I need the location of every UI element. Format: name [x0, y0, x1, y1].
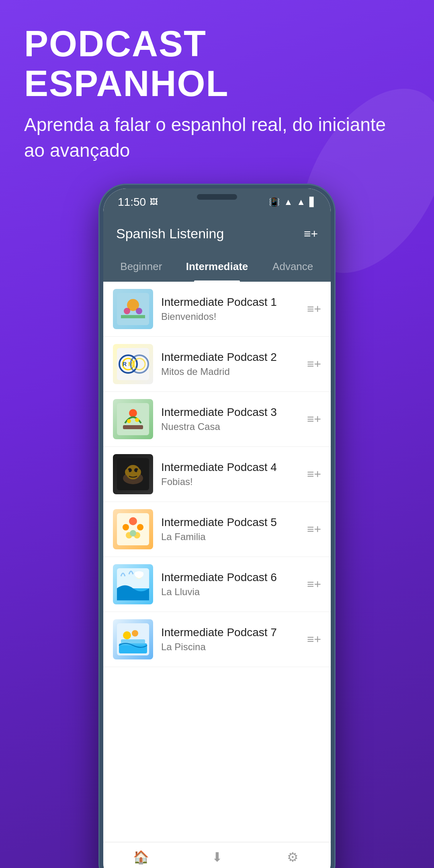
svg-point-30: [130, 530, 136, 536]
add-playlist-icon-6[interactable]: ≡+: [307, 577, 321, 591]
nav-home[interactable]: 🏠 Home: [103, 850, 179, 868]
thumb-svg-5: [117, 513, 149, 545]
status-bar: 11:50 🖼 📳 ▲ ▲ ▋: [103, 188, 331, 216]
podcast-thumb-2: R M: [113, 344, 153, 384]
podcast-thumb-4: [113, 454, 153, 494]
add-playlist-icon-4[interactable]: ≡+: [307, 467, 321, 481]
tab-beginner[interactable]: Beginner: [103, 252, 179, 282]
svg-point-25: [129, 517, 137, 525]
podcast-info-5: Intermediate Podcast 5 La Familia: [161, 516, 299, 542]
podcast-item-1[interactable]: Intermediate Podcast 1 Bienvenidos! ≡+: [103, 282, 331, 337]
app-subtitle: Aprenda a falar o espanhol real, do inic…: [24, 112, 410, 164]
battery-icon: ▋: [309, 197, 316, 207]
podcast-item-5[interactable]: Intermediate Podcast 5 La Familia ≡+: [103, 502, 331, 557]
podcast-item-6[interactable]: Intermediate Podcast 6 La Lluvia ≡+: [103, 557, 331, 612]
podcast-thumb-3: [113, 399, 153, 439]
podcast-info-7: Intermediate Podcast 7 La Piscina: [161, 626, 299, 653]
svg-text:R: R: [123, 361, 127, 367]
svg-point-13: [129, 409, 137, 417]
tab-intermediate[interactable]: Intermediate: [179, 252, 255, 282]
podcast-subtitle-1: Bienvenidos!: [161, 311, 299, 322]
vibrate-icon: 📳: [269, 197, 280, 207]
podcast-thumb-5: [113, 509, 153, 549]
svg-point-26: [123, 524, 129, 530]
podcast-info-4: Intermediate Podcast 4 Fobias!: [161, 461, 299, 487]
podcast-subtitle-6: La Lluvia: [161, 586, 299, 598]
header-section: PODCAST ESPANHOL Aprenda a falar o espan…: [0, 0, 434, 180]
svg-point-23: [137, 469, 141, 475]
podcast-info-3: Intermediate Podcast 3 Nuestra Casa: [161, 406, 299, 432]
podcast-subtitle-5: La Familia: [161, 531, 299, 542]
svg-rect-14: [123, 425, 143, 429]
photo-icon: 🖼: [150, 197, 158, 207]
app-bar: Spanish Listening ≡+: [103, 216, 331, 252]
svg-point-15: [127, 419, 131, 423]
podcast-name-5: Intermediate Podcast 5: [161, 516, 299, 529]
podcast-info-1: Intermediate Podcast 1 Bienvenidos!: [161, 296, 299, 322]
podcast-name-4: Intermediate Podcast 4: [161, 461, 299, 474]
home-icon: 🏠: [133, 850, 149, 865]
podcast-thumb-6: [113, 564, 153, 604]
add-playlist-icon-2[interactable]: ≡+: [307, 357, 321, 371]
tab-advance[interactable]: Advance: [255, 252, 331, 282]
svg-point-3: [124, 308, 130, 314]
podcast-info-2: Intermediate Podcast 2 Mitos de Madrid: [161, 351, 299, 377]
svg-point-38: [132, 630, 138, 637]
podcast-subtitle-7: La Piscina: [161, 641, 299, 653]
podcast-item-2[interactable]: R M Intermediate Podcast 2 Mitos de Madr…: [103, 337, 331, 392]
menu-button[interactable]: ≡+: [304, 227, 318, 241]
settings-icon: ⚙: [287, 850, 299, 865]
podcast-thumb-1: [113, 289, 153, 329]
podcast-item-3[interactable]: Intermediate Podcast 3 Nuestra Casa ≡+: [103, 392, 331, 447]
add-playlist-icon-1[interactable]: ≡+: [307, 302, 321, 316]
thumb-svg-4: [117, 458, 149, 490]
svg-point-4: [136, 308, 142, 314]
tab-bar: Beginner Intermediate Advance: [103, 252, 331, 282]
app-title: PODCAST ESPANHOL: [24, 24, 410, 104]
podcast-thumb-7: [113, 619, 153, 659]
phone-wrapper: 11:50 🖼 📳 ▲ ▲ ▋ Spanish Listening ≡+ Beg…: [0, 184, 434, 868]
signal-icon: ▲: [297, 197, 305, 207]
wifi-icon: ▲: [284, 197, 293, 207]
nav-setting[interactable]: ⚙ Setting: [255, 850, 331, 868]
svg-point-37: [123, 631, 131, 639]
podcast-name-6: Intermediate Podcast 6: [161, 571, 299, 584]
phone-device: 11:50 🖼 📳 ▲ ▲ ▋ Spanish Listening ≡+ Beg…: [98, 184, 336, 868]
add-playlist-icon-5[interactable]: ≡+: [307, 522, 321, 536]
nav-download[interactable]: ⬇ Download: [179, 850, 255, 868]
app-bar-title: Spanish Listening: [116, 226, 224, 242]
podcast-list: Intermediate Podcast 1 Bienvenidos! ≡+ R…: [103, 282, 331, 842]
podcast-name-2: Intermediate Podcast 2: [161, 351, 299, 364]
podcast-name-3: Intermediate Podcast 3: [161, 406, 299, 419]
status-time: 11:50 🖼: [118, 196, 158, 209]
svg-point-16: [135, 418, 139, 422]
thumb-svg-7: [117, 623, 149, 655]
status-icons: 📳 ▲ ▲ ▋: [269, 197, 316, 207]
podcast-info-6: Intermediate Podcast 6 La Lluvia: [161, 571, 299, 598]
phone-earpiece: [197, 194, 237, 200]
podcast-subtitle-2: Mitos de Madrid: [161, 366, 299, 377]
svg-rect-2: [121, 315, 145, 318]
phone-screen: 11:50 🖼 📳 ▲ ▲ ▋ Spanish Listening ≡+ Beg…: [103, 188, 331, 868]
svg-point-27: [137, 524, 143, 530]
add-playlist-icon-3[interactable]: ≡+: [307, 412, 321, 426]
thumb-svg-6: [117, 568, 149, 600]
download-icon: ⬇: [212, 850, 223, 865]
podcast-item-7[interactable]: Intermediate Podcast 7 La Piscina ≡+: [103, 612, 331, 667]
podcast-name-1: Intermediate Podcast 1: [161, 296, 299, 309]
podcast-name-7: Intermediate Podcast 7: [161, 626, 299, 639]
podcast-item-4[interactable]: Intermediate Podcast 4 Fobias! ≡+: [103, 447, 331, 502]
svg-rect-12: [117, 403, 149, 435]
podcast-subtitle-3: Nuestra Casa: [161, 421, 299, 432]
podcast-subtitle-4: Fobias!: [161, 476, 299, 487]
thumb-svg-1: [117, 293, 149, 325]
svg-point-22: [125, 469, 129, 475]
add-playlist-icon-7[interactable]: ≡+: [307, 633, 321, 646]
thumb-svg-2: R M: [117, 348, 149, 380]
bottom-nav: 🏠 Home ⬇ Download ⚙ Setting: [103, 842, 331, 868]
svg-rect-36: [121, 639, 145, 645]
svg-rect-5: [117, 348, 149, 380]
thumb-svg-3: [117, 403, 149, 435]
